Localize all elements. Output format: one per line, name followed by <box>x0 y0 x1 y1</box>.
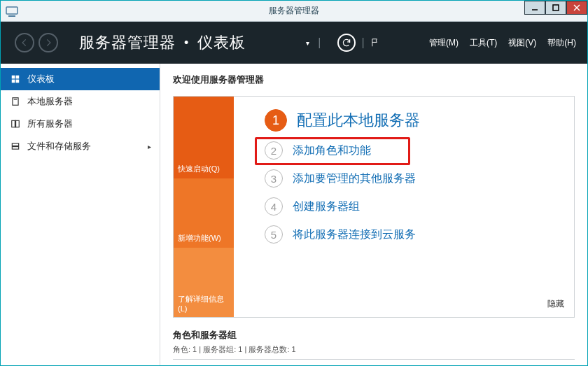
breadcrumb: 服务器管理器 • 仪表板 <box>79 32 246 53</box>
step-connect-cloud: 5 将此服务器连接到云服务 <box>265 225 566 244</box>
quick-nav-column: 快速启动(Q) 新增功能(W) 了解详细信息(L) <box>174 97 234 317</box>
close-button[interactable] <box>566 1 587 15</box>
menu-bar: 管理(M) 工具(T) 视图(V) 帮助(H) <box>429 37 576 49</box>
steps-column: 1 配置此本地服务器 2 添加角色和功能 3 添加要管理的其他服务器 4 创建服… <box>234 97 574 317</box>
chevron-right-icon: • <box>184 36 189 50</box>
roles-section: 角色和服务器组 角色: 1 | 服务器组: 1 | 服务器总数: 1 <box>173 329 575 360</box>
sidebar-item-label: 本地服务器 <box>27 95 73 108</box>
whats-new[interactable]: 新增功能(W) <box>174 178 234 248</box>
server-icon <box>10 97 20 106</box>
header-bar: 服务器管理器 • 仪表板 ▾ | | 管理(M) 工具(T) 视图(V) 帮助(… <box>1 22 587 64</box>
window-title: 服务器管理器 <box>269 5 319 17</box>
svg-rect-0 <box>6 7 18 14</box>
step-add-servers: 3 添加要管理的其他服务器 <box>265 169 566 188</box>
body: 仪表板 本地服务器 所有服务器 文件和存储服务 ▸ 欢迎使用服务器管理器 快速启… <box>1 64 587 365</box>
breadcrumb-dropdown[interactable]: ▾ <box>306 39 309 47</box>
svg-rect-15 <box>12 147 18 150</box>
svg-rect-1 <box>8 15 15 17</box>
roles-subtitle: 角色: 1 | 服务器组: 1 | 服务器总数: 1 <box>173 344 575 360</box>
app-icon <box>4 3 20 20</box>
window-controls <box>524 1 587 15</box>
sidebar-item-all-servers[interactable]: 所有服务器 <box>1 113 160 135</box>
close-icon <box>573 4 580 11</box>
refresh-icon <box>342 38 351 48</box>
menu-help[interactable]: 帮助(H) <box>547 37 576 49</box>
sidebar-item-local-server[interactable]: 本地服务器 <box>1 90 160 113</box>
step-link-add-servers[interactable]: 添加要管理的其他服务器 <box>293 171 416 186</box>
minimize-icon <box>531 4 538 11</box>
dashboard-icon <box>10 74 20 84</box>
nav-back-button[interactable] <box>15 33 34 52</box>
welcome-heading: 欢迎使用服务器管理器 <box>173 73 575 86</box>
svg-rect-14 <box>12 143 18 146</box>
sidebar-item-dashboard[interactable]: 仪表板 <box>1 68 160 90</box>
menu-view[interactable]: 视图(V) <box>508 37 536 49</box>
arrow-left-icon <box>20 38 29 48</box>
servers-icon <box>10 119 20 129</box>
flag-icon[interactable] <box>370 36 380 49</box>
step-number: 3 <box>265 169 283 188</box>
arrow-right-icon <box>43 38 53 48</box>
learn-more[interactable]: 了解详细信息(L) <box>174 248 234 317</box>
sidebar-item-label: 仪表板 <box>27 73 55 85</box>
sidebar-item-storage[interactable]: 文件和存储服务 ▸ <box>1 135 160 157</box>
step-link-configure-local[interactable]: 配置此本地服务器 <box>297 110 420 131</box>
divider: | <box>318 36 321 49</box>
svg-rect-3 <box>553 5 559 10</box>
step-number: 1 <box>265 109 287 132</box>
step-configure-local: 1 配置此本地服务器 <box>265 109 566 132</box>
crumb-root[interactable]: 服务器管理器 <box>79 32 176 53</box>
step-number: 4 <box>265 197 283 216</box>
svg-rect-8 <box>12 80 15 83</box>
step-link-create-group[interactable]: 创建服务器组 <box>293 199 360 214</box>
svg-rect-9 <box>16 80 20 83</box>
step-create-group: 4 创建服务器组 <box>265 197 566 216</box>
app-window: 服务器管理器 服务器管理器 • 仪表板 ▾ | | 管理(M) 工具(T) 视图… <box>0 0 588 366</box>
sidebar-item-label: 所有服务器 <box>27 118 73 130</box>
svg-rect-7 <box>16 76 20 79</box>
roles-title: 角色和服务器组 <box>173 329 575 342</box>
menu-manage[interactable]: 管理(M) <box>429 37 458 49</box>
step-link-connect-cloud[interactable]: 将此服务器连接到云服务 <box>293 227 416 242</box>
crumb-current: 仪表板 <box>197 32 246 53</box>
maximize-icon <box>552 4 559 11</box>
hide-link[interactable]: 隐藏 <box>547 298 564 310</box>
nav-forward-button[interactable] <box>38 33 58 52</box>
learn-more-label: 了解详细信息(L) <box>178 294 230 313</box>
menu-tools[interactable]: 工具(T) <box>470 37 497 49</box>
sidebar: 仪表板 本地服务器 所有服务器 文件和存储服务 ▸ <box>1 64 160 365</box>
whats-new-label: 新增功能(W) <box>178 233 221 244</box>
minimize-button[interactable] <box>524 1 545 15</box>
welcome-card: 快速启动(Q) 新增功能(W) 了解详细信息(L) 1 配置此本地服务器 2 添… <box>173 96 575 318</box>
storage-icon <box>10 141 20 151</box>
main-pane: 欢迎使用服务器管理器 快速启动(Q) 新增功能(W) 了解详细信息(L) 1 配… <box>160 64 587 365</box>
titlebar: 服务器管理器 <box>1 1 587 22</box>
quick-start-label: 快速启动(Q) <box>178 164 220 174</box>
svg-rect-6 <box>12 76 15 79</box>
svg-rect-10 <box>13 98 18 106</box>
refresh-button[interactable] <box>337 34 356 52</box>
divider: | <box>361 36 364 49</box>
quick-start[interactable]: 快速启动(Q) <box>174 97 234 178</box>
maximize-button[interactable] <box>545 1 566 15</box>
highlight-box <box>255 137 410 165</box>
header-actions: | <box>337 34 379 52</box>
chevron-right-icon: ▸ <box>148 143 151 150</box>
sidebar-item-label: 文件和存储服务 <box>27 140 91 153</box>
step-number: 5 <box>265 225 283 244</box>
